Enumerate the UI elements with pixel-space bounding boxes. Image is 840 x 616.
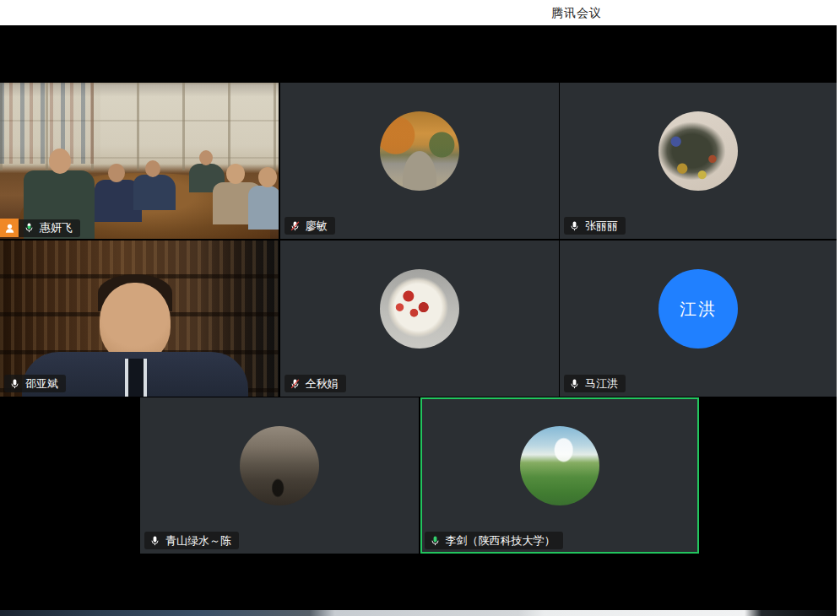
participant-name: 廖敏: [306, 219, 328, 234]
video-scene: [0, 240, 279, 397]
person-icon: [3, 222, 16, 235]
mic-on-icon: [569, 219, 580, 233]
participant-name: 马江洪: [585, 376, 618, 392]
participant-name: 张丽丽: [585, 219, 618, 234]
avatar-strawberry-plate: [380, 269, 459, 349]
desktop-edge-bottom: [0, 610, 837, 616]
name-tag: 青山绿水～陈: [144, 532, 239, 549]
mic-muted-icon: [290, 377, 301, 391]
host-badge: [0, 219, 19, 237]
scene-person-head: [49, 149, 71, 174]
scene-person: [248, 186, 279, 230]
meeting-window-title: 腾讯会议: [551, 6, 602, 21]
participant-name: 李剑（陕西科技大学）: [446, 533, 555, 548]
participant-tile-zhanglili[interactable]: 张丽丽: [560, 83, 837, 239]
participant-name: 青山绿水～陈: [165, 533, 231, 548]
avatar-grassland-sky: [520, 426, 599, 505]
name-tag: 李剑（陕西科技大学）: [425, 532, 563, 549]
scene-person-collar: [125, 359, 147, 397]
scene-person-head: [226, 164, 245, 184]
participant-name: 惠妍飞: [40, 220, 73, 235]
mic-on-icon: [149, 534, 160, 548]
avatar-initials: 江洪: [658, 269, 738, 349]
video-grid-stage: 惠妍飞 廖敏: [0, 25, 840, 616]
mic-on-icon: [569, 377, 580, 391]
avatar-mountain-hiker: [240, 426, 319, 505]
name-tag: 邵亚斌: [4, 375, 66, 392]
participant-tile-qingshanlvshui-chen[interactable]: 青山绿水～陈: [140, 397, 419, 554]
video-scene: [0, 83, 279, 239]
desktop-edge-right: [837, 25, 840, 616]
participant-label-group: 惠妍飞: [0, 219, 80, 237]
name-tag: 马江洪: [564, 375, 626, 392]
avatar-autumn-road: [380, 111, 459, 191]
participant-tile-majianghong[interactable]: 江洪 马江洪: [560, 240, 837, 397]
name-tag: 廖敏: [285, 217, 335, 235]
participant-tile-shaoyabin[interactable]: 邵亚斌: [0, 240, 279, 397]
participant-tile-lijian-selected[interactable]: 李剑（陕西科技大学）: [420, 397, 699, 554]
scene-person-head: [199, 150, 213, 165]
tencent-meeting-window: 腾讯会议: [0, 0, 840, 616]
name-tag: 仝秋娟: [285, 375, 346, 392]
name-tag: 张丽丽: [564, 217, 626, 235]
participant-tile-tongqiujuan[interactable]: 仝秋娟: [280, 240, 559, 397]
mic-muted-icon: [290, 219, 301, 233]
participant-tile-huiyanfei[interactable]: 惠妍飞: [0, 83, 279, 239]
avatar-peacock-craft: [658, 111, 738, 191]
titlebar: 腾讯会议: [0, 0, 840, 25]
scene-person-head: [145, 160, 160, 177]
scene-books: [0, 83, 100, 164]
avatar-initials-text: 江洪: [680, 298, 717, 321]
scene-person-head: [108, 164, 125, 182]
mic-on-icon: [9, 377, 20, 391]
participant-name: 仝秋娟: [306, 376, 339, 392]
mic-active-icon: [24, 221, 35, 235]
scene-person-head: [258, 167, 277, 187]
participant-name: 邵亚斌: [25, 376, 58, 392]
scene-person-head: [100, 283, 171, 362]
participant-tile-liaomin[interactable]: 廖敏: [280, 83, 559, 239]
scene-person: [133, 175, 176, 210]
mic-active-icon: [430, 534, 441, 548]
name-tag: 惠妍飞: [19, 219, 80, 237]
